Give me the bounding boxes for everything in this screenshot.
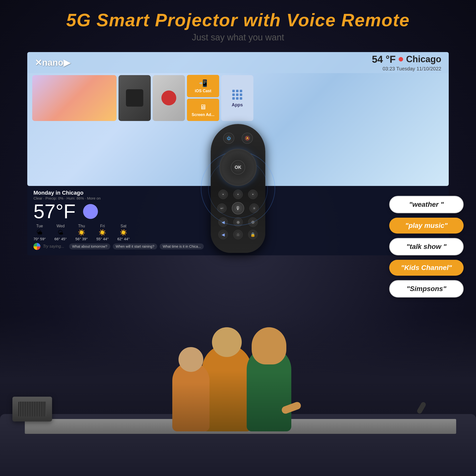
projector-grill [18, 402, 46, 416]
google-assistant-icon [33, 243, 40, 250]
title-section: 5G Smart Projector with Voice Remote Jus… [0, 10, 476, 43]
voice-cmd-music[interactable]: "play music" [389, 218, 464, 234]
screen-ad-tile[interactable]: 🖥 Screen Ad... [187, 99, 219, 121]
screen-ad-icon: 🖥 [200, 103, 207, 111]
apps-tile[interactable]: Apps [221, 75, 253, 121]
forecast-fri: Fri ☀️ 55° 44° [96, 224, 109, 241]
voice-cmd-talk[interactable]: "talk show " [389, 238, 464, 255]
ios-cast-icon: 📲 [199, 79, 208, 87]
remote-last-row: ◀ ⌂ 🔒 [211, 230, 265, 239]
screen-ad-label: Screen Ad... [192, 113, 214, 117]
suggestion-pills: What about tomorrow? When will it start … [69, 243, 204, 249]
screen-topbar: ✕nano▶ 54 °F Chicago 03:23 Tuesday 11/10… [27, 52, 449, 73]
adult-male-silhouette [202, 345, 252, 431]
small-apps-column: 📲 iOS Cast 🖥 Screen Ad... [187, 75, 219, 121]
forecast-thu: Thu ☀️ 56° 39° [75, 224, 88, 241]
tile-red-inner [161, 90, 176, 105]
voice-cmd-simpsons[interactable]: "Simpsons" [389, 280, 464, 298]
app-tile-dark[interactable] [119, 75, 151, 121]
suggest-1[interactable]: What about tomorrow? [69, 243, 110, 249]
main-title: 5G Smart Projector with Voice Remote [0, 10, 476, 30]
subtitle: Just say what you want [0, 32, 476, 43]
datetime-display: 03:23 Tuesday 11/10/2022 [372, 66, 441, 72]
suggest-2[interactable]: When will it start raining? [113, 243, 157, 249]
voice-cmd-weather[interactable]: "weather " [389, 196, 464, 213]
remote-top-buttons: ⏻ 🔕 [211, 124, 265, 144]
apps-label: Apps [232, 102, 243, 108]
ok-button[interactable]: OK [231, 160, 245, 175]
vol-up-button[interactable]: ◀ [218, 230, 228, 239]
big-temp: 57°F [33, 202, 76, 221]
voice-commands: "weather " "play music" "talk show " "Ki… [389, 196, 464, 298]
adult-female-silhouette [247, 347, 291, 431]
home-button[interactable]: ⌂ [233, 230, 243, 239]
apps-grid [231, 89, 243, 101]
logo-text: ✕ [35, 58, 42, 68]
forecast-sat: Sat ☀️ 62° 44° [117, 224, 130, 241]
try-saying-text: Try saying... [43, 244, 64, 249]
tile-inner [126, 89, 143, 107]
temp-city: 54 °F Chicago [372, 54, 441, 65]
projector-device [12, 397, 52, 421]
ios-cast-tile[interactable]: 📲 iOS Cast [187, 75, 219, 97]
power-icon: ⏻ [227, 136, 231, 141]
mute-icon: 🔕 [245, 136, 250, 141]
temperature-display: 54 °F [372, 54, 396, 65]
weather-info: 54 °F Chicago 03:23 Tuesday 11/10/2022 [372, 54, 441, 72]
app-tile-red[interactable] [153, 75, 185, 121]
people-scene [62, 320, 402, 431]
voice-cmd-kids[interactable]: "Kids Channel" [389, 260, 464, 276]
xnano-logo: ✕nano▶ [35, 58, 70, 68]
mute-button[interactable]: 🔕 [242, 133, 253, 144]
nav-ring[interactable]: OK [219, 149, 257, 186]
apps-row: 📲 iOS Cast 🖥 Screen Ad... Apps [27, 73, 449, 123]
suggest-3[interactable]: What time is it in Chica... [160, 243, 204, 249]
arm-with-remote [281, 401, 302, 415]
featured-tile[interactable] [32, 75, 117, 121]
lock-button[interactable]: 🔒 [248, 230, 258, 239]
child-silhouette [172, 362, 209, 431]
city-dot [399, 57, 403, 61]
forecast-tue: Tue 🌦 70° 59° [33, 224, 46, 241]
moon-icon [83, 204, 98, 219]
forecast-wed: Wed 🌤 66° 45° [55, 224, 67, 241]
ios-cast-label: iOS Cast [195, 89, 211, 93]
city-name: Chicago [406, 54, 441, 64]
power-button[interactable]: ⏻ [223, 133, 234, 144]
remote-control: ⏻ 🔕 OK • • • ↩ 🎙 ≡ ◀ [211, 124, 265, 253]
remote-wrapper: ⏻ 🔕 OK • • • ↩ 🎙 ≡ ◀ [207, 124, 269, 253]
